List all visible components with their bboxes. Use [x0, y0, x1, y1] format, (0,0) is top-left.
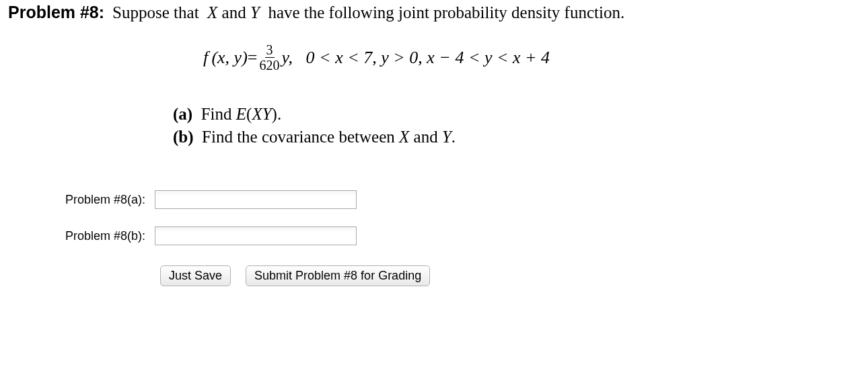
- question-b: (b) Find the covariance between X and Y.: [173, 128, 860, 146]
- formula-eq: =: [248, 48, 258, 68]
- fraction-denominator: 620: [258, 58, 281, 73]
- questions: (a) Find E(XY). (b) Find the covariance …: [173, 105, 860, 146]
- problem-number: Problem #8:: [8, 3, 104, 22]
- submit-button[interactable]: Submit Problem #8 for Grading: [246, 265, 430, 286]
- question-b-label: (b): [173, 128, 194, 146]
- formula-rest: y, 0 < x < 7, y > 0, x − 4 < y < x + 4: [282, 48, 550, 68]
- question-a-text: Find E(XY).: [196, 105, 281, 123]
- fraction-numerator: 3: [265, 42, 275, 58]
- formula: f (x, y) = 3 620 y, 0 < x < 7, y > 0, x …: [203, 42, 860, 73]
- formula-fraction: 3 620: [258, 42, 281, 73]
- formula-lhs: f (x, y): [203, 48, 248, 68]
- answer-a-input[interactable]: [155, 190, 357, 209]
- question-a: (a) Find E(XY).: [173, 105, 860, 124]
- question-b-text: Find the covariance between X and Y.: [198, 128, 456, 146]
- just-save-button[interactable]: Just Save: [160, 265, 231, 286]
- answer-b-label: Problem #8(b):: [8, 229, 155, 243]
- answer-a-label: Problem #8(a):: [8, 193, 155, 207]
- answer-b-input[interactable]: [155, 226, 357, 245]
- problem-prompt: Suppose that X and Y have the following …: [112, 3, 624, 22]
- question-a-label: (a): [173, 105, 192, 123]
